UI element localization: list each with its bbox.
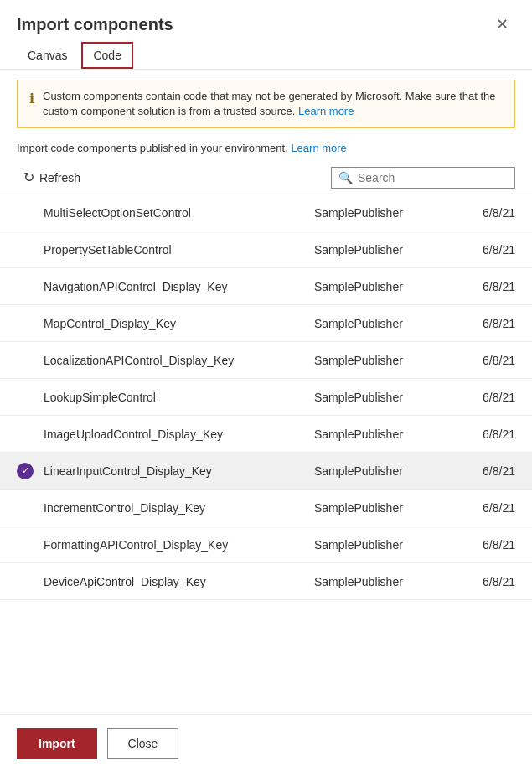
tabs-container: Canvas Code	[0, 42, 532, 70]
row-checkbox-2[interactable]	[17, 241, 44, 258]
dialog-footer: Import Close	[0, 714, 532, 772]
refresh-label: Refresh	[39, 171, 80, 184]
component-name: NavigationAPIControl_Display_Key	[44, 280, 314, 293]
component-date: 6/8/21	[448, 206, 515, 220]
component-date: 6/8/21	[448, 243, 515, 256]
component-publisher: SamplePublisher	[314, 243, 448, 256]
component-date: 6/8/21	[448, 280, 515, 293]
component-publisher: SamplePublisher	[314, 317, 448, 330]
row-checkbox-8[interactable]: ✓	[17, 463, 44, 479]
table-row-selected[interactable]: ✓ LinearInputControl_Display_Key SampleP…	[0, 453, 532, 490]
component-date: 6/8/21	[448, 354, 515, 367]
table-row[interactable]: ImageUploadControl_Display_Key SamplePub…	[0, 416, 532, 453]
component-date: 6/8/21	[448, 317, 515, 330]
component-date: 6/8/21	[448, 575, 515, 588]
row-checkbox-1[interactable]	[17, 205, 44, 221]
component-name: LocalizationAPIControl_Display_Key	[44, 354, 314, 367]
row-checkbox-6[interactable]	[17, 389, 44, 406]
component-publisher: SamplePublisher	[314, 575, 448, 588]
component-publisher: SamplePublisher	[314, 501, 448, 515]
table-row[interactable]: MultiSelectOptionSetControl SamplePublis…	[0, 194, 532, 231]
row-checkbox-3[interactable]	[17, 278, 44, 295]
component-name: LookupSimpleControl	[44, 391, 314, 404]
table-row[interactable]: PropertySetTableControl SamplePublisher …	[0, 231, 532, 268]
table-row[interactable]: LookupSimpleControl SamplePublisher 6/8/…	[0, 379, 532, 416]
search-box: 🔍	[331, 167, 515, 189]
row-checkbox-9[interactable]	[17, 500, 44, 516]
tab-code[interactable]: Code	[81, 42, 132, 69]
row-checkbox-11[interactable]	[17, 573, 44, 590]
refresh-button[interactable]: ↻ Refresh	[17, 166, 87, 189]
component-name: DeviceApiControl_Display_Key	[44, 575, 314, 588]
component-date: 6/8/21	[448, 538, 515, 552]
component-publisher: SamplePublisher	[314, 538, 448, 552]
component-name: MultiSelectOptionSetControl	[44, 206, 314, 220]
import-components-dialog: Import components ✕ Canvas Code ℹ Custom…	[0, 0, 532, 772]
component-publisher: SamplePublisher	[314, 427, 448, 441]
close-icon-button[interactable]: ✕	[489, 13, 515, 35]
component-publisher: SamplePublisher	[314, 464, 448, 478]
dialog-header: Import components ✕	[0, 0, 532, 42]
component-publisher: SamplePublisher	[314, 391, 448, 404]
row-checkbox-4[interactable]	[17, 315, 44, 332]
component-name: FormattingAPIControl_Display_Key	[44, 538, 314, 552]
table-row[interactable]: MapControl_Display_Key SamplePublisher 6…	[0, 305, 532, 342]
component-publisher: SamplePublisher	[314, 280, 448, 293]
dialog-title: Import components	[17, 15, 173, 34]
search-icon: 🔍	[338, 171, 353, 184]
row-checkbox-10[interactable]	[17, 536, 44, 553]
component-publisher: SamplePublisher	[314, 206, 448, 220]
component-name: MapControl_Display_Key	[44, 317, 314, 330]
refresh-icon: ↻	[23, 169, 34, 185]
table-row[interactable]: LocalizationAPIControl_Display_Key Sampl…	[0, 342, 532, 379]
table-row[interactable]: IncrementControl_Display_Key SamplePubli…	[0, 490, 532, 526]
component-name: LinearInputControl_Display_Key	[44, 464, 314, 478]
component-date: 6/8/21	[448, 427, 515, 441]
toolbar: ↻ Refresh 🔍	[0, 161, 532, 194]
tab-canvas[interactable]: Canvas	[17, 42, 78, 69]
warning-learn-more-link[interactable]: Learn more	[298, 105, 354, 117]
component-publisher: SamplePublisher	[314, 354, 448, 367]
table-row[interactable]: NavigationAPIControl_Display_Key SampleP…	[0, 268, 532, 305]
row-checkbox-5[interactable]	[17, 352, 44, 369]
info-learn-more-link[interactable]: Learn more	[291, 142, 346, 154]
component-date: 6/8/21	[448, 464, 515, 478]
warning-text: Custom components contain code that may …	[43, 89, 503, 119]
close-button[interactable]: Close	[107, 728, 179, 759]
search-input[interactable]	[358, 171, 508, 184]
checkmark-icon: ✓	[17, 463, 34, 479]
component-name: IncrementControl_Display_Key	[44, 501, 314, 515]
table-row[interactable]: DeviceApiControl_Display_Key SamplePubli…	[0, 563, 532, 600]
info-bar: Import code components published in your…	[0, 138, 532, 161]
component-date: 6/8/21	[448, 391, 515, 404]
row-checkbox-7[interactable]	[17, 426, 44, 443]
component-name: PropertySetTableControl	[44, 243, 314, 256]
info-icon: ℹ	[29, 90, 34, 119]
warning-banner: ℹ Custom components contain code that ma…	[17, 80, 515, 128]
component-name: ImageUploadControl_Display_Key	[44, 427, 314, 441]
component-list: MultiSelectOptionSetControl SamplePublis…	[0, 194, 532, 714]
component-date: 6/8/21	[448, 501, 515, 515]
table-row[interactable]: FormattingAPIControl_Display_Key SampleP…	[0, 526, 532, 563]
import-button[interactable]: Import	[17, 728, 97, 759]
